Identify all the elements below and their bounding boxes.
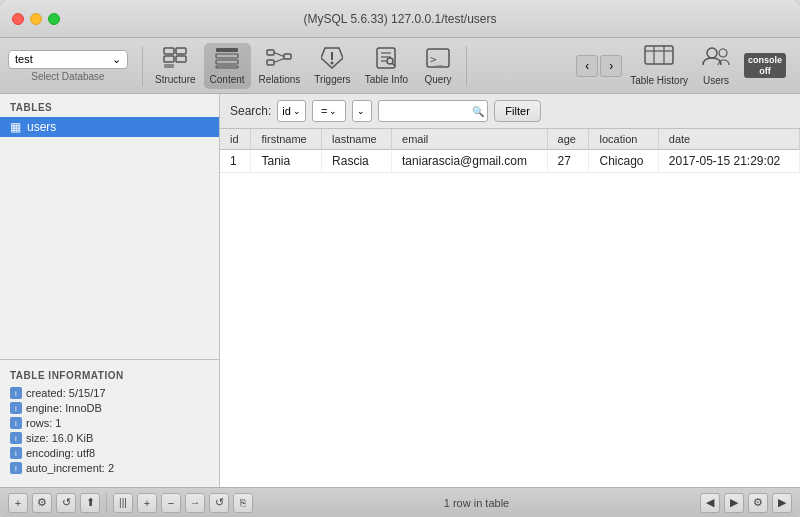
- main-window: (MySQL 5.6.33) 127.0.0.1/test/users test…: [0, 0, 800, 517]
- toolbar-btn-query[interactable]: >_ Query: [416, 43, 460, 89]
- settings-button[interactable]: ⚙: [32, 493, 52, 513]
- tableinfo-icon: [375, 47, 397, 72]
- content-icon: [215, 47, 239, 72]
- status-text: 1 row in table: [257, 497, 696, 509]
- col-header-location[interactable]: location: [589, 129, 658, 150]
- search-input-wrapper: 🔍: [378, 100, 488, 122]
- cell-age: 27: [547, 150, 589, 173]
- search-bar: Search: id ⌄ = ⌄ ⌄ 🔍 Filter: [220, 94, 800, 129]
- svg-rect-25: [645, 46, 673, 64]
- toolbar: test ⌄ Select Database Structure: [0, 38, 800, 94]
- db-selector[interactable]: test ⌄ Select Database: [8, 50, 128, 82]
- main-area: TABLES ▦ users TABLE INFORMATION i creat…: [0, 94, 800, 487]
- content-label: Content: [210, 74, 245, 85]
- row-copy-button[interactable]: ⎘: [233, 493, 253, 513]
- search-operator-select[interactable]: = ⌄: [312, 100, 346, 122]
- users-label: Users: [703, 75, 729, 86]
- info-icon-encoding: i: [10, 447, 22, 459]
- svg-point-16: [331, 61, 334, 64]
- cell-date: 2017-05-15 21:29:02: [658, 150, 799, 173]
- nav-play-button[interactable]: ▶: [772, 493, 792, 513]
- toolbar-btn-structure[interactable]: Structure: [149, 43, 202, 89]
- col-header-lastname[interactable]: lastname: [322, 129, 392, 150]
- table-icon: ▦: [10, 120, 21, 134]
- col-header-date[interactable]: date: [658, 129, 799, 150]
- triggers-label: Triggers: [314, 74, 350, 85]
- svg-line-13: [274, 58, 284, 62]
- refresh-button[interactable]: ↺: [56, 493, 76, 513]
- cell-location: Chicago: [589, 150, 658, 173]
- nav-settings-button[interactable]: ⚙: [748, 493, 768, 513]
- info-text-size: size: 16.0 KiB: [26, 432, 93, 444]
- db-select-control[interactable]: test ⌄: [8, 50, 128, 69]
- bottom-nav: ◀ ▶ ⚙ ▶: [700, 493, 792, 513]
- nav-back-button[interactable]: ‹: [576, 55, 598, 77]
- relations-label: Relations: [259, 74, 301, 85]
- sidebar-item-users[interactable]: ▦ users: [0, 117, 219, 137]
- nav-left-button[interactable]: ◀: [700, 493, 720, 513]
- row-minus-button[interactable]: −: [161, 493, 181, 513]
- table-header-row: id firstname lastname email age location…: [220, 129, 800, 150]
- svg-rect-0: [164, 48, 174, 54]
- nav-right-button[interactable]: ▶: [724, 493, 744, 513]
- add-row-button[interactable]: +: [8, 493, 28, 513]
- cell-id: 1: [220, 150, 251, 173]
- col-header-email[interactable]: email: [392, 129, 548, 150]
- window-title: (MySQL 5.6.33) 127.0.0.1/test/users: [304, 12, 497, 26]
- table-body: 1 Tania Rascia taniarascia@gmail.com 27 …: [220, 150, 800, 173]
- query-icon: >_: [426, 47, 450, 72]
- sidebar-item-label-users: users: [27, 120, 56, 134]
- sidebar-spacer: [0, 137, 219, 359]
- maximize-button[interactable]: [48, 13, 60, 25]
- nav-forward-button[interactable]: ›: [600, 55, 622, 77]
- col-header-firstname[interactable]: firstname: [251, 129, 322, 150]
- search-magnifier-icon: 🔍: [472, 106, 484, 117]
- info-text-engine: engine: InnoDB: [26, 402, 102, 414]
- svg-rect-17: [377, 48, 395, 68]
- table-history-button[interactable]: Table History: [624, 43, 694, 88]
- col-header-age[interactable]: age: [547, 129, 589, 150]
- info-icon-auto-increment: i: [10, 462, 22, 474]
- structure-icon: [163, 47, 187, 72]
- info-row-engine: i engine: InnoDB: [10, 402, 209, 414]
- col-header-id[interactable]: id: [220, 129, 251, 150]
- close-button[interactable]: [12, 13, 24, 25]
- titlebar: (MySQL 5.6.33) 127.0.0.1/test/users: [0, 0, 800, 38]
- info-header: TABLE INFORMATION: [10, 370, 209, 381]
- svg-line-12: [274, 52, 284, 56]
- toolbar-btn-content[interactable]: Content: [204, 43, 251, 89]
- row-refresh-button[interactable]: ↺: [209, 493, 229, 513]
- col-width-button[interactable]: |||: [113, 493, 133, 513]
- row-next-button[interactable]: →: [185, 493, 205, 513]
- toolbar-separator-2: [466, 46, 467, 86]
- toolbar-btn-triggers[interactable]: Triggers: [308, 43, 356, 89]
- cell-lastname: Rascia: [322, 150, 392, 173]
- svg-rect-1: [164, 56, 174, 62]
- relations-icon: [266, 47, 292, 72]
- content-area: Search: id ⌄ = ⌄ ⌄ 🔍 Filter: [220, 94, 800, 487]
- info-text-auto-increment: auto_increment: 2: [26, 462, 114, 474]
- export-button[interactable]: ⬆: [80, 493, 100, 513]
- console-icon: consoleoff: [744, 53, 786, 79]
- table: id firstname lastname email age location…: [220, 129, 800, 173]
- tables-header: TABLES: [0, 94, 219, 117]
- bottom-sep-1: [106, 494, 107, 512]
- svg-rect-3: [176, 48, 186, 54]
- info-text-rows: rows: 1: [26, 417, 61, 429]
- toolbar-btn-relations[interactable]: Relations: [253, 43, 307, 89]
- bottom-bar: + ⚙ ↺ ⬆ ||| + − → ↺ ⎘ 1 row in table ◀ ▶…: [0, 487, 800, 517]
- filter-button[interactable]: Filter: [494, 100, 540, 122]
- row-add-button[interactable]: +: [137, 493, 157, 513]
- query-label: Query: [424, 74, 451, 85]
- table-row[interactable]: 1 Tania Rascia taniarascia@gmail.com 27 …: [220, 150, 800, 173]
- users-button[interactable]: Users: [696, 43, 736, 88]
- svg-rect-4: [176, 56, 186, 62]
- toolbar-btn-tableinfo[interactable]: Table Info: [359, 43, 414, 89]
- search-value-select[interactable]: ⌄: [352, 100, 372, 122]
- sidebar: TABLES ▦ users TABLE INFORMATION i creat…: [0, 94, 220, 487]
- search-field-select[interactable]: id ⌄: [277, 100, 306, 122]
- minimize-button[interactable]: [30, 13, 42, 25]
- info-row-auto-increment: i auto_increment: 2: [10, 462, 209, 474]
- info-text-encoding: encoding: utf8: [26, 447, 95, 459]
- console-button[interactable]: consoleoff: [738, 51, 792, 81]
